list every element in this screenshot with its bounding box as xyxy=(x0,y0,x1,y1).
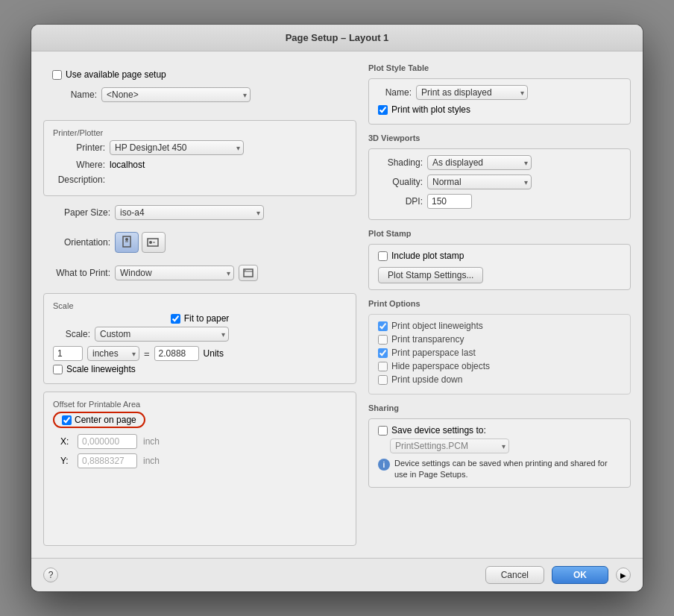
scale-unit-select[interactable]: inches xyxy=(87,346,139,361)
plot-style-box: Name: Print as displayed Print with plot… xyxy=(368,78,631,125)
quality-label: Quality: xyxy=(378,177,423,187)
plot-style-select-wrap: Print as displayed xyxy=(416,85,528,100)
offset-y-row: Y: inch xyxy=(60,453,347,468)
sharing-select-wrap: PrintSettings.PCM xyxy=(390,439,509,453)
fit-to-paper-row: Fit to paper xyxy=(53,313,347,324)
save-device-settings-label: Save device settings to: xyxy=(391,425,486,436)
scale-lineweights-row: Scale lineweights xyxy=(53,364,347,374)
name-select[interactable]: <None> xyxy=(101,87,251,102)
cancel-button[interactable]: Cancel xyxy=(485,566,544,584)
description-row: Description: xyxy=(53,175,347,185)
printer-select-wrap: HP DesignJet 450 xyxy=(110,140,244,155)
print-options-box: Print object lineweights Print transpare… xyxy=(368,314,631,395)
sharing-box: Save device settings to: PrintSettings.P… xyxy=(368,418,631,488)
print-transparency-row: Print transparency xyxy=(378,334,621,345)
svg-point-2 xyxy=(125,238,128,241)
scale-unit-select-wrap: inches xyxy=(87,346,139,361)
print-with-styles-label: Print with plot styles xyxy=(391,104,470,115)
sharing-select[interactable]: PrintSettings.PCM xyxy=(390,439,509,453)
info-text: Device settings can be saved when printi… xyxy=(394,458,621,481)
orientation-row: Orientation: xyxy=(43,232,356,253)
window-icon-button[interactable] xyxy=(239,265,258,281)
print-paperspace-last-row: Print paperspace last xyxy=(378,348,621,358)
hide-paperspace-row: Hide paperspace objects xyxy=(378,361,621,371)
scale-lineweights-label: Scale lineweights xyxy=(66,364,136,374)
hide-paperspace-checkbox[interactable] xyxy=(378,362,388,371)
paper-size-row: Paper Size: iso-a4 xyxy=(43,205,356,220)
paper-size-select-wrap: iso-a4 xyxy=(115,205,264,220)
dialog-footer: ? Cancel OK ▶ xyxy=(31,558,643,591)
where-row: Where: localhost xyxy=(53,160,347,170)
right-panel: Plot Style Table Name: Print as displaye… xyxy=(368,63,631,546)
hide-paperspace-label: Hide paperspace objects xyxy=(391,361,490,371)
viewports-label: 3D Viewports xyxy=(368,133,631,142)
page-setup-dialog: Page Setup – Layout 1 Use available page… xyxy=(31,25,643,591)
shading-select[interactable]: As displayed xyxy=(427,155,532,170)
left-panel: Use available page setup Name: <None> Pr… xyxy=(43,63,356,546)
print-paperspace-last-checkbox[interactable] xyxy=(378,348,388,358)
plot-style-select[interactable]: Print as displayed xyxy=(416,85,528,100)
offset-section: Offset for Printable Area Center on page… xyxy=(43,392,356,546)
info-row: i Device settings can be saved when prin… xyxy=(378,458,621,481)
quality-row: Quality: Normal xyxy=(378,175,621,189)
save-device-settings-checkbox[interactable] xyxy=(378,426,388,436)
scale-select[interactable]: Custom xyxy=(95,327,229,342)
scale-label: Scale xyxy=(53,301,347,310)
scale-lineweights-checkbox[interactable] xyxy=(53,365,63,374)
name-label: Name: xyxy=(52,89,97,100)
save-device-settings-row: Save device settings to: xyxy=(378,425,621,436)
print-upside-down-row: Print upside down xyxy=(378,374,621,385)
scale-values-row: inches = Units xyxy=(53,346,347,361)
ok-button[interactable]: OK xyxy=(552,566,608,584)
fit-to-paper-label: Fit to paper xyxy=(184,313,230,324)
quality-select[interactable]: Normal xyxy=(427,175,532,189)
svg-point-8 xyxy=(245,270,246,271)
arrow-button[interactable]: ▶ xyxy=(616,568,631,582)
help-button[interactable]: ? xyxy=(43,568,58,582)
dpi-input[interactable] xyxy=(427,194,472,209)
title-text: Page Setup – Layout 1 xyxy=(286,32,389,43)
scale-sub-label: Scale: xyxy=(53,329,90,339)
fit-to-paper-checkbox[interactable] xyxy=(171,314,180,324)
x-unit-label: inch xyxy=(143,436,160,447)
plot-stamp-settings-button[interactable]: Plot Stamp Settings... xyxy=(378,267,483,283)
x-label: X: xyxy=(60,436,72,447)
center-on-page-checkbox[interactable] xyxy=(62,415,72,425)
what-to-print-select-wrap: Window xyxy=(115,265,234,280)
print-options-section: Print Options Print object lineweights P… xyxy=(368,299,631,395)
printer-select[interactable]: HP DesignJet 450 xyxy=(110,140,244,155)
scale-result-input[interactable] xyxy=(154,346,199,361)
use-available-row: Use available page setup xyxy=(52,69,347,80)
print-upside-down-checkbox[interactable] xyxy=(378,375,388,385)
y-value-input[interactable] xyxy=(78,453,137,468)
plot-stamp-label: Plot Stamp xyxy=(368,229,631,238)
plot-style-table-label: Plot Style Table xyxy=(368,63,631,72)
use-available-checkbox[interactable] xyxy=(52,70,62,80)
portrait-button[interactable] xyxy=(115,232,139,253)
y-unit-label: inch xyxy=(143,456,160,466)
center-on-page-oval: Center on page xyxy=(53,412,145,428)
where-value: localhost xyxy=(110,160,145,170)
print-lineweights-checkbox[interactable] xyxy=(378,321,388,331)
dpi-label: DPI: xyxy=(378,196,423,207)
scale-select-row: Scale: Custom xyxy=(53,327,347,342)
viewports-box: Shading: As displayed Quality: Normal xyxy=(368,148,631,220)
y-label: Y: xyxy=(60,456,72,466)
what-to-print-select[interactable]: Window xyxy=(115,265,234,280)
x-value-input[interactable] xyxy=(78,434,137,449)
print-lineweights-row: Print object lineweights xyxy=(378,321,621,331)
plot-style-name-row: Name: Print as displayed xyxy=(378,85,621,100)
scale-num-input[interactable] xyxy=(53,346,83,361)
orientation-label: Orientation: xyxy=(51,237,110,248)
print-transparency-checkbox[interactable] xyxy=(378,335,388,345)
shading-select-wrap: As displayed xyxy=(427,155,532,170)
offset-label: Offset for Printable Area xyxy=(53,400,347,409)
print-upside-down-label: Print upside down xyxy=(391,374,462,385)
sharing-label: Sharing xyxy=(368,403,631,412)
include-plot-stamp-checkbox[interactable] xyxy=(378,251,388,261)
landscape-button[interactable] xyxy=(142,232,166,253)
paper-size-select[interactable]: iso-a4 xyxy=(115,205,264,220)
print-with-styles-checkbox[interactable] xyxy=(378,105,388,115)
footer-right: Cancel OK ▶ xyxy=(485,566,631,584)
plot-stamp-box: Include plot stamp Plot Stamp Settings..… xyxy=(368,244,631,290)
